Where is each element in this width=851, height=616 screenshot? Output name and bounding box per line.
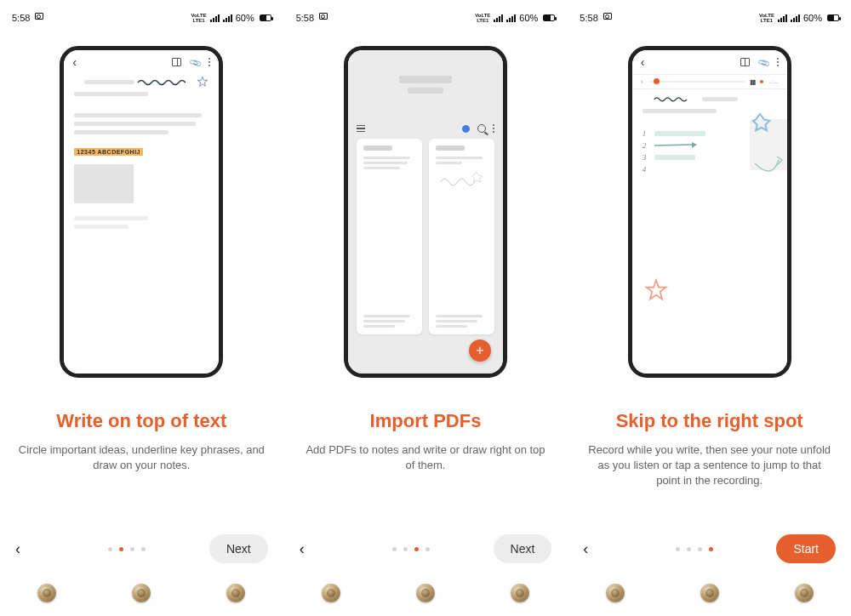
squiggle-annotation: [653, 93, 700, 105]
svg-line-0: [654, 145, 692, 145]
system-nav: [284, 579, 568, 607]
recents-button[interactable]: [606, 584, 625, 602]
battery-pct: 60%: [519, 13, 538, 23]
menu-icon[interactable]: [357, 125, 365, 133]
list-number: 3: [643, 153, 649, 162]
onboarding-body: Record while you write, then see your no…: [578, 442, 842, 489]
back-icon[interactable]: ‹: [641, 55, 645, 69]
attachment-icon[interactable]: 📎: [188, 55, 202, 69]
battery-pct: 60%: [803, 13, 822, 23]
back-icon[interactable]: ‹: [72, 55, 77, 69]
back-button[interactable]: [226, 584, 245, 602]
home-button[interactable]: [132, 584, 151, 602]
battery-icon: [543, 14, 555, 21]
pager-dots: [392, 547, 430, 551]
signal-icon: [778, 14, 787, 22]
pager-dot: [426, 547, 430, 551]
onboarding-heading: Import PDFs: [370, 410, 482, 432]
back-button[interactable]: [795, 584, 814, 602]
onboarding-screen-write: 5:58 VoLTELTE1 60% ‹ 📎: [0, 0, 283, 616]
timestamp-placeholder: --:--: [768, 79, 778, 85]
status-bar: 5:58 VoLTELTE1 60%: [291, 9, 561, 27]
star-doodle-icon: [644, 278, 668, 302]
phone-mockup: ‹ 📎: [60, 46, 223, 378]
note-card[interactable]: [429, 139, 494, 334]
next-button[interactable]: Next: [209, 534, 268, 563]
list-number: 4: [643, 165, 649, 174]
onboarding-heading: Skip to the right spot: [616, 410, 803, 432]
audio-player[interactable]: › ▮▮ --:--: [632, 74, 787, 89]
prev-button[interactable]: ‹: [300, 540, 328, 558]
pager-dot: [392, 547, 397, 551]
highlighted-text: 12345 ABCDEFGHIJ: [74, 148, 143, 156]
system-nav: [568, 579, 851, 607]
network-label: VoLTELTE1: [475, 13, 490, 23]
pager-dot-active: [119, 547, 123, 551]
note-card[interactable]: [357, 139, 422, 334]
status-time: 5:58: [296, 13, 314, 23]
signal-icon-2: [791, 14, 800, 22]
more-icon[interactable]: [777, 58, 779, 66]
more-icon[interactable]: [493, 124, 494, 133]
play-icon[interactable]: ›: [641, 77, 643, 86]
svg-rect-1: [750, 119, 787, 170]
prev-button[interactable]: ‹: [15, 540, 44, 558]
onboarding-heading: Write on top of text: [56, 410, 226, 432]
add-note-fab[interactable]: +: [469, 339, 491, 362]
note-toolbar: ‹ 📎: [64, 50, 219, 74]
recents-button[interactable]: [37, 584, 56, 602]
status-time: 5:58: [12, 13, 30, 23]
next-button[interactable]: Next: [494, 534, 552, 563]
status-bar: 5:58 VoLTELTE1 60%: [7, 9, 277, 27]
home-button[interactable]: [700, 584, 719, 602]
pager-dots: [676, 547, 713, 551]
battery-icon: [827, 14, 839, 21]
search-icon[interactable]: [477, 124, 486, 133]
squiggle-annotation: [136, 76, 196, 88]
home-button[interactable]: [416, 584, 435, 602]
scribble-thumb-icon: [436, 167, 488, 191]
audio-scrubber[interactable]: [648, 81, 745, 83]
battery-icon: [260, 14, 271, 21]
pager-dot: [130, 547, 134, 551]
status-bar: 5:58 VoLTELTE1 60%: [574, 9, 844, 27]
strike-line-icon: [654, 141, 697, 150]
onboarding-screen-pdf: 5:58 VoLTELTE1 60%: [283, 0, 568, 616]
record-icon[interactable]: [760, 80, 763, 83]
start-button[interactable]: Start: [776, 534, 836, 563]
onboarding-nav: ‹ Next: [0, 534, 283, 563]
phone-mockup: +: [344, 46, 507, 378]
network-label: VoLTELTE1: [191, 13, 207, 23]
phone-mockup: ‹ 📎 › ▮▮ --:--: [628, 46, 791, 378]
recents-button[interactable]: [322, 584, 340, 602]
reading-mode-icon[interactable]: [740, 58, 750, 66]
signal-icon-2: [223, 14, 232, 22]
prev-button[interactable]: ‹: [583, 540, 612, 558]
network-label: VoLTELTE1: [759, 13, 774, 23]
onboarding-screen-skip: 5:58 VoLTELTE1 60% ‹ 📎: [567, 0, 851, 616]
pager-dot: [141, 547, 146, 551]
pager-dot: [687, 547, 691, 551]
screenshot-icon: [35, 13, 45, 23]
list-number: 1: [643, 129, 649, 138]
pdf-badge-icon: [461, 124, 471, 134]
numbered-list: 1 2 3 4: [632, 121, 787, 182]
onboarding-nav: ‹ Next: [284, 534, 568, 563]
attachment-icon[interactable]: 📎: [757, 55, 770, 69]
signal-icon: [210, 14, 220, 22]
signal-icon: [494, 14, 503, 22]
reading-mode-icon[interactable]: [172, 58, 181, 66]
list-number: 2: [643, 141, 649, 150]
pager-dot-active: [414, 547, 419, 551]
star-annotation-icon: [197, 76, 208, 88]
plus-icon: +: [476, 343, 483, 358]
more-icon[interactable]: [208, 58, 210, 66]
screenshot-icon: [603, 13, 614, 23]
battery-pct: 60%: [236, 13, 254, 23]
pager-dot: [403, 547, 408, 551]
pause-icon[interactable]: ▮▮: [750, 78, 755, 86]
pdf-list-toolbar: [357, 120, 494, 137]
onboarding-body: Circle important ideas, underline key ph…: [9, 442, 273, 473]
pager-dot-active: [709, 547, 713, 551]
back-button[interactable]: [511, 584, 529, 602]
